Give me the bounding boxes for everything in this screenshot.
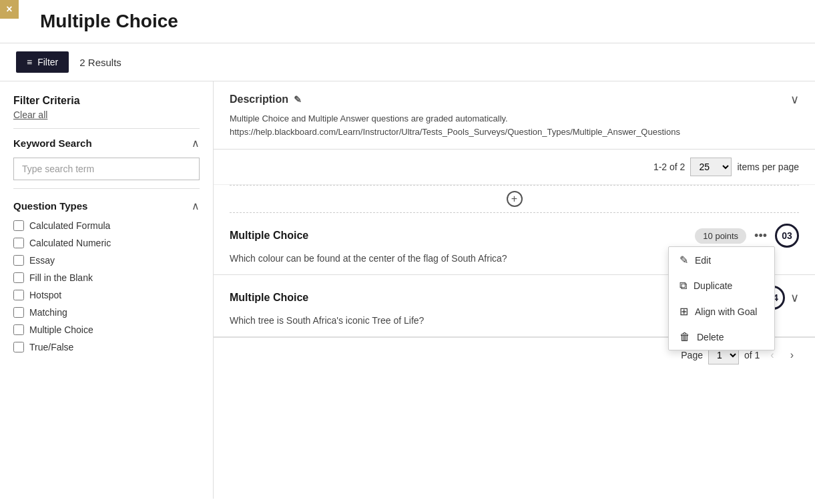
filter-icon: ≡: [27, 57, 32, 67]
menu-duplicate-item[interactable]: ⧉ Duplicate: [669, 273, 774, 298]
menu-edit-item[interactable]: ✎ Edit: [669, 247, 774, 273]
toolbar: ≡ Filter 2 Results: [0, 43, 815, 81]
delete-icon: 🗑: [680, 331, 690, 343]
menu-delete-label: Delete: [697, 332, 724, 342]
question-type-item[interactable]: Hotspot: [13, 290, 200, 300]
question-type-label: Essay: [29, 255, 55, 266]
page-range: 1-2 of 2: [653, 162, 685, 172]
add-question-button[interactable]: +: [507, 191, 523, 207]
keyword-search-title: Keyword Search: [13, 138, 92, 149]
dropdown-menu: ✎ Edit ⧉ Duplicate ⊞ Align with Goal 🗑 D…: [668, 246, 775, 350]
question-type-label: Calculated Numeric: [29, 238, 111, 248]
question-2-chevron-icon[interactable]: ∨: [790, 290, 799, 305]
description-chevron-icon[interactable]: ∨: [790, 92, 799, 107]
description-section: Description ✎ ∨ Multiple Choice and Mult…: [214, 81, 815, 150]
question-type-checkbox[interactable]: [13, 220, 24, 231]
question-type-item[interactable]: Matching: [13, 307, 200, 318]
question-type-checkbox[interactable]: [13, 342, 24, 352]
question-types-title: Question Types: [13, 200, 87, 212]
question-types-chevron-icon: ∧: [192, 200, 200, 212]
question-type-item[interactable]: Calculated Numeric: [13, 238, 200, 248]
question-type-label: Calculated Formula: [29, 220, 110, 231]
question-1-points: 10 points: [695, 228, 746, 244]
question-1-number: 03: [775, 224, 799, 248]
question-type-checkbox[interactable]: [13, 238, 24, 248]
question-type-item[interactable]: Multiple Choice: [13, 324, 200, 335]
close-button[interactable]: ×: [0, 0, 19, 19]
question-type-item[interactable]: Essay: [13, 255, 200, 266]
menu-edit-label: Edit: [695, 255, 711, 266]
menu-delete-item[interactable]: 🗑 Delete: [669, 324, 774, 350]
filter-button[interactable]: ≡ Filter: [16, 51, 69, 73]
next-page-button[interactable]: ›: [785, 346, 799, 364]
keyword-search-chevron-icon: ∧: [192, 137, 200, 150]
main-content: Filter Criteria Clear all Keyword Search…: [0, 81, 815, 499]
question-2-title: Multiple Choice: [230, 292, 308, 304]
question-types-section: Question Types ∧ Calculated FormulaCalcu…: [13, 200, 200, 352]
page-title: Multiple Choice: [40, 11, 178, 32]
question-types-list: Calculated FormulaCalculated NumericEssa…: [13, 220, 200, 352]
question-type-label: Multiple Choice: [29, 324, 93, 335]
of-label: of 1: [744, 350, 760, 360]
question-type-checkbox[interactable]: [13, 272, 24, 283]
content-area: Description ✎ ∨ Multiple Choice and Mult…: [214, 81, 815, 499]
description-edit-icon[interactable]: ✎: [294, 94, 302, 105]
question-item-1: Multiple Choice 10 points ••• 03 Which c…: [214, 213, 815, 275]
sidebar-divider-2: [13, 188, 200, 189]
question-types-header[interactable]: Question Types ∧: [13, 200, 200, 212]
question-1-meta: 10 points ••• 03: [695, 224, 799, 248]
pagination-info: 1-2 of 2 25 50 100 items per page: [214, 150, 815, 185]
question-1-header: Multiple Choice 10 points ••• 03: [230, 224, 799, 248]
question-type-item[interactable]: True/False: [13, 342, 200, 352]
question-type-label: Fill in the Blank: [29, 272, 93, 283]
question-type-label: Matching: [29, 307, 67, 318]
menu-duplicate-label: Duplicate: [694, 280, 732, 291]
filter-label: Filter: [37, 57, 58, 67]
keyword-search-header[interactable]: Keyword Search ∧: [13, 137, 200, 150]
clear-all-link[interactable]: Clear all: [13, 109, 47, 120]
question-type-item[interactable]: Fill in the Blank: [13, 272, 200, 283]
page-label: Page: [681, 350, 703, 360]
description-text: Multiple Choice and Multiple Answer ques…: [230, 112, 799, 138]
search-input[interactable]: [13, 158, 200, 180]
header: × Multiple Choice: [0, 0, 815, 43]
question-type-checkbox[interactable]: [13, 290, 24, 300]
edit-icon: ✎: [680, 254, 688, 266]
question-type-checkbox[interactable]: [13, 307, 24, 318]
results-count: 2 Results: [79, 57, 121, 68]
menu-align-label: Align with Goal: [695, 306, 757, 317]
per-page-label: items per page: [737, 162, 799, 172]
question-type-item[interactable]: Calculated Formula: [13, 220, 200, 231]
question-type-checkbox[interactable]: [13, 324, 24, 335]
sidebar-divider: [13, 128, 200, 129]
question-1-title: Multiple Choice: [230, 230, 308, 242]
per-page-select[interactable]: 25 50 100: [690, 158, 732, 176]
filter-criteria-title: Filter Criteria: [13, 95, 80, 107]
duplicate-icon: ⧉: [680, 280, 687, 292]
question-1-more-button[interactable]: •••: [752, 226, 770, 246]
add-question-divider: +: [230, 185, 799, 213]
question-type-label: True/False: [29, 342, 73, 352]
sidebar: Filter Criteria Clear all Keyword Search…: [0, 81, 214, 499]
menu-align-item[interactable]: ⊞ Align with Goal: [669, 298, 774, 324]
filter-criteria-header: Filter Criteria: [13, 95, 200, 107]
description-header: Description ✎ ∨: [230, 92, 799, 107]
question-type-checkbox[interactable]: [13, 255, 24, 266]
align-icon: ⊞: [680, 305, 688, 318]
question-type-label: Hotspot: [29, 290, 61, 300]
description-title: Description ✎: [230, 93, 302, 105]
